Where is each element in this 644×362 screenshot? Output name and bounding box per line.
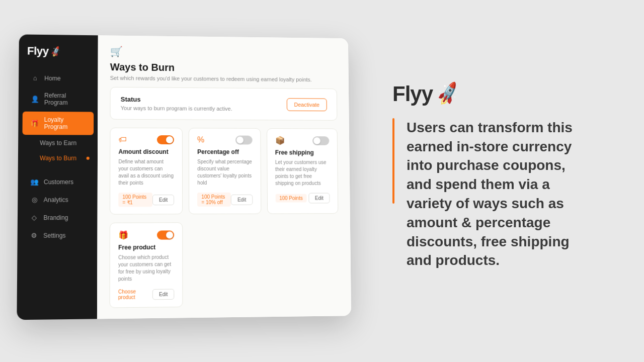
ways-to-earn-label: Ways to Earn (40, 139, 76, 146)
sidebar-item-settings-label: Settings (43, 232, 66, 239)
active-dot (87, 157, 90, 160)
sidebar: Flyy 🚀 ⌂ Home 👤 Referral Program 🎁 Loyal… (17, 34, 98, 320)
amount-discount-value: 100 Points = ₹1 (118, 193, 152, 207)
reward-footer-2: 100 Points = 10% off Edit (197, 193, 253, 207)
status-title: Status (121, 96, 232, 104)
free-product-desc: Choose which product your customers can … (118, 254, 175, 283)
app-window: Flyy 🚀 ⌂ Home 👤 Referral Program 🎁 Loyal… (17, 34, 351, 320)
sidebar-item-loyalty[interactable]: 🎁 Loyalty Program (22, 112, 94, 135)
analytics-icon: ◎ (30, 196, 39, 204)
free-shipping-edit-button[interactable]: Edit (308, 193, 330, 204)
sidebar-item-customers[interactable]: 👥 Customers (22, 173, 94, 190)
sidebar-item-referral[interactable]: 👤 Referral Program (23, 87, 94, 111)
home-icon: ⌂ (31, 74, 39, 82)
percentage-off-edit-button[interactable]: Edit (231, 194, 253, 205)
content-body: Status Your ways to burn program is curr… (97, 87, 351, 319)
accent-bar (392, 118, 394, 204)
choose-product-link[interactable]: Choose product (118, 289, 152, 300)
right-content: Users can transform this earned in-store… (392, 118, 594, 270)
amount-discount-toggle[interactable] (157, 135, 174, 144)
rewards-row-bottom: 🎁 Free product Choose which product your… (110, 222, 340, 308)
sidebar-nav: ⌂ Home 👤 Referral Program 🎁 Loyalty Prog… (18, 69, 98, 244)
toggle-thumb-3 (313, 137, 320, 144)
settings-icon: ⚙ (30, 232, 38, 239)
page-header: 🛒 Ways to Burn Set which rewards you'd l… (98, 35, 348, 88)
free-shipping-desc: Let your customers use their earned loya… (275, 159, 330, 187)
sidebar-sub-ways-to-earn[interactable]: Ways to Earn (18, 136, 98, 150)
deactivate-button[interactable]: Deactivate (287, 98, 327, 111)
referral-icon: 👤 (31, 95, 39, 103)
sidebar-item-analytics-label: Analytics (44, 196, 68, 203)
percentage-off-value: 100 Points = 10% off (197, 193, 231, 207)
free-product-name: Free product (118, 244, 174, 251)
reward-card-header-4: 🎁 (118, 230, 174, 240)
brand-description: Users can transform this earned in-store… (407, 118, 594, 270)
toggle-thumb (166, 136, 173, 143)
logo-rocket-icon: 🚀 (49, 45, 62, 57)
toggle-thumb-2 (236, 137, 244, 144)
reward-card-free-shipping: 📦 Free shipping Let your customers use t… (267, 128, 339, 214)
sidebar-item-branding[interactable]: ◇ Branding (22, 209, 93, 226)
sidebar-logo: Flyy 🚀 (19, 44, 98, 70)
sidebar-item-analytics[interactable]: ◎ Analytics (22, 191, 93, 208)
logo-text: Flyy (27, 45, 49, 58)
free-product-toggle[interactable] (157, 230, 174, 239)
reward-footer: 100 Points = ₹1 Edit (118, 193, 174, 207)
status-description: Your ways to burn program is currently a… (121, 105, 232, 112)
brand-rocket-icon: 🚀 (434, 81, 461, 107)
amount-discount-name: Amount discount (118, 148, 174, 155)
percentage-off-name: Percentage off (197, 148, 252, 155)
sidebar-sub-ways-to-burn[interactable]: Ways to Burn (18, 151, 98, 165)
amount-discount-edit-button[interactable]: Edit (152, 195, 174, 205)
reward-card-header-2: % (197, 135, 252, 144)
sidebar-item-branding-label: Branding (43, 214, 68, 221)
page-title: Ways to Burn (110, 61, 337, 75)
amount-discount-icon: 🏷 (119, 135, 127, 144)
reward-footer-3: 100 Points Edit (275, 193, 330, 204)
status-card: Status Your ways to burn program is curr… (110, 87, 337, 121)
flyy-brand: Flyy 🚀 (392, 82, 594, 106)
free-shipping-name: Free shipping (275, 149, 330, 156)
loyalty-icon: 🎁 (31, 119, 39, 127)
reward-card-percentage-off: % Percentage off Specify what percentage… (189, 128, 261, 214)
reward-card-header-3: 📦 (275, 136, 329, 145)
sidebar-item-loyalty-label: Loyalty Program (44, 116, 86, 130)
reward-card-header: 🏷 (119, 135, 175, 144)
percentage-off-toggle[interactable] (235, 136, 253, 145)
free-shipping-value: 100 Points (275, 194, 306, 203)
free-shipping-icon: 📦 (275, 136, 285, 145)
ways-to-burn-label: Ways to Burn (40, 155, 76, 162)
customers-icon: 👥 (30, 178, 39, 186)
percentage-off-icon: % (197, 135, 204, 144)
free-shipping-toggle[interactable] (312, 136, 329, 145)
reward-footer-4: Choose product Edit (118, 289, 175, 301)
status-info: Status Your ways to burn program is curr… (121, 96, 232, 112)
sidebar-item-referral-label: Referral Program (44, 92, 86, 107)
branding-icon: ◇ (30, 214, 39, 221)
sidebar-item-customers-label: Customers (44, 178, 73, 186)
toggle-thumb-4 (166, 231, 173, 238)
sidebar-item-home[interactable]: ⌂ Home (23, 69, 94, 86)
page-icon: 🛒 (110, 45, 337, 59)
free-product-edit-button[interactable]: Edit (152, 289, 175, 300)
free-product-icon: 🎁 (118, 230, 128, 240)
amount-discount-desc: Define what amount your customers can av… (118, 158, 174, 187)
sidebar-item-settings[interactable]: ⚙ Settings (22, 227, 94, 244)
right-panel: Flyy 🚀 Users can transform this earned i… (382, 82, 594, 270)
reward-card-amount-discount: 🏷 Amount discount Define what amount you… (110, 128, 183, 215)
brand-logo-text: Flyy (392, 82, 433, 106)
main-content: 🛒 Ways to Burn Set which rewards you'd l… (97, 35, 351, 319)
reward-card-free-product: 🎁 Free product Choose which product your… (110, 222, 183, 308)
rewards-grid: 🏷 Amount discount Define what amount you… (110, 128, 338, 215)
percentage-off-desc: Specify what percentage discount value c… (197, 158, 253, 187)
page-subtitle: Set which rewards you'd like your custom… (110, 75, 337, 83)
sidebar-item-home-label: Home (44, 74, 61, 81)
